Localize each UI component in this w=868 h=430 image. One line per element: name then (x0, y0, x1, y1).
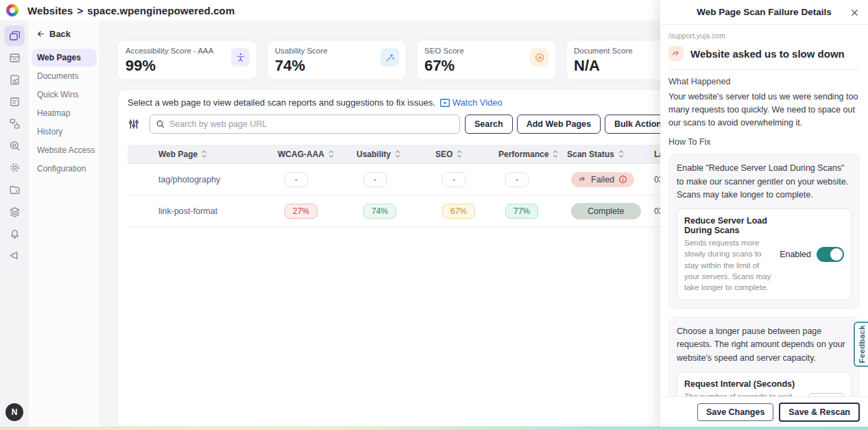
search-box (149, 115, 460, 134)
megaphone-icon[interactable] (4, 245, 25, 265)
watch-video-link[interactable]: Watch Video (440, 97, 503, 108)
sort-icon[interactable] (457, 150, 462, 158)
sidebar-item-documents[interactable]: Documents (32, 67, 97, 85)
setting-title: Request Interval (Seconds) (684, 379, 803, 389)
search-icon (156, 119, 165, 129)
column-performance[interactable]: Performance (494, 150, 563, 159)
failure-heading-row: Website asked us to slow down (668, 46, 860, 61)
scan-failure-details-panel: Web Page Scan Failure Details /support.y… (660, 0, 868, 430)
layers-icon[interactable] (4, 201, 25, 222)
score-card-seo: SEO Score 67% (416, 40, 556, 80)
score-card-accessibility: Accessibility Score - AAA 99% (117, 40, 257, 80)
divider (668, 69, 860, 70)
fix-step-1-text: Enable "Reduce Server Load During Scans"… (677, 162, 852, 202)
user-avatar[interactable]: N (5, 403, 23, 421)
column-wcag-aaa[interactable]: WCAG-AAA (272, 150, 350, 159)
sort-icon[interactable] (202, 150, 207, 158)
close-icon[interactable] (847, 5, 861, 19)
save-and-rescan-button[interactable]: Save & Rescan (779, 403, 860, 422)
search-input[interactable] (169, 119, 459, 129)
table-controls: Search Add Web Pages Bulk Actions (128, 115, 676, 134)
score-label: Usability Score (275, 47, 398, 55)
breadcrumb[interactable]: Websites>space.wpenginepowered.com (27, 5, 234, 16)
score-label: SEO Score (424, 47, 548, 55)
bell-icon[interactable] (4, 223, 25, 243)
filters-icon[interactable] (128, 118, 140, 130)
score-value: 74% (275, 57, 398, 75)
settings-gear-icon[interactable] (4, 157, 25, 178)
score-card-usability: Usability Score 74% (267, 40, 407, 80)
column-seo[interactable]: SEO (429, 150, 494, 159)
sort-icon[interactable] (395, 150, 400, 158)
notes-icon[interactable] (4, 91, 25, 112)
redirects-icon[interactable] (4, 113, 25, 134)
scan-search-icon[interactable] (4, 135, 25, 156)
panel-footer: Save Changes Save & Rescan (660, 396, 868, 427)
search-button[interactable]: Search (465, 115, 513, 134)
sort-icon[interactable] (618, 150, 624, 158)
sort-icon[interactable] (328, 150, 334, 158)
gauge-icon (578, 175, 587, 184)
usability-score-badge: 74% (363, 204, 396, 219)
fix-step-1: Enable "Reduce Server Load During Scans"… (668, 154, 860, 309)
page-link[interactable]: link-post-format (158, 206, 217, 216)
panel-body: /support.yuja.com Website asked us to sl… (660, 25, 868, 430)
column-web-page[interactable]: Web Page (128, 150, 272, 159)
add-web-pages-button[interactable]: Add Web Pages (517, 115, 601, 134)
reduce-load-setting-card: Reduce Server Load During Scans Sends re… (677, 208, 852, 300)
breadcrumb-separator: > (77, 5, 83, 16)
websites-icon[interactable] (4, 25, 25, 46)
seo-score-badge: 67% (442, 204, 475, 219)
performance-score-badge: 77% (505, 204, 538, 219)
panel-title: Web Page Scan Failure Details (697, 7, 831, 17)
breadcrumb-root[interactable]: Websites (27, 5, 73, 16)
wcag-score-badge: - (285, 172, 308, 187)
video-icon (440, 99, 450, 107)
usability-score-badge: - (363, 172, 387, 187)
back-button[interactable]: Back (32, 27, 97, 49)
sidebar-item-configuration[interactable]: Configuration (32, 160, 97, 178)
toggle-state-label: Enabled (780, 250, 811, 259)
what-happened-label: What Happened (668, 77, 860, 86)
save-changes-button[interactable]: Save Changes (697, 403, 773, 421)
reduce-load-toggle[interactable] (817, 247, 844, 262)
score-value: 67% (424, 57, 548, 75)
what-happened-text: Your website's server told us we were se… (668, 91, 860, 129)
status-badge-failed[interactable]: Failed (571, 172, 634, 187)
secondary-sidebar: Back Web Pages Documents Quick Wins Heat… (29, 21, 100, 430)
feedback-tab[interactable]: Feedback (854, 322, 868, 367)
failure-heading: Website asked us to slow down (690, 48, 845, 60)
column-usability[interactable]: Usability (350, 150, 429, 159)
wcag-score-badge: 27% (285, 204, 317, 219)
usability-wand-icon (381, 48, 399, 67)
accessibility-icon (231, 48, 250, 67)
sidebar-item-web-pages[interactable]: Web Pages (32, 49, 97, 67)
bottom-gradient-bar (0, 427, 868, 430)
page-link[interactable]: tag/photography (158, 175, 220, 184)
panel-header: Web Page Scan Failure Details (660, 0, 868, 25)
score-value: 99% (125, 57, 249, 75)
intro-row: Select a web page to view detailed scan … (128, 97, 503, 108)
gauge-icon (668, 46, 684, 61)
seo-gear-icon (530, 48, 548, 67)
folder-icon[interactable] (4, 179, 25, 200)
seo-score-badge: - (442, 172, 466, 187)
breadcrumb-site: space.wpenginepowered.com (87, 5, 234, 16)
sidebar-item-quick-wins[interactable]: Quick Wins (32, 86, 97, 104)
score-cards: Accessibility Score - AAA 99% Usability … (117, 40, 706, 80)
fix-step-2-text: Choose a longer pause between page reque… (677, 325, 852, 365)
back-arrow-icon (36, 29, 45, 38)
status-badge-complete: Complete (571, 203, 641, 219)
setting-description: Sends requests more slowly during scans … (684, 237, 774, 292)
info-icon[interactable] (618, 175, 627, 184)
reports-icon[interactable] (4, 69, 25, 90)
sidebar-item-heatmap[interactable]: Heatmap (32, 104, 97, 122)
sort-icon[interactable] (553, 150, 558, 158)
sidebar-item-website-access[interactable]: Website Access (32, 141, 97, 159)
page-url: /support.yuja.com (668, 32, 860, 40)
sidebar-item-history[interactable]: History (32, 123, 97, 141)
dashboard-icon[interactable] (4, 47, 25, 68)
column-scan-status[interactable]: Scan Status (563, 150, 649, 159)
app-logo (4, 2, 21, 19)
score-label: Accessibility Score - AAA (125, 47, 249, 55)
